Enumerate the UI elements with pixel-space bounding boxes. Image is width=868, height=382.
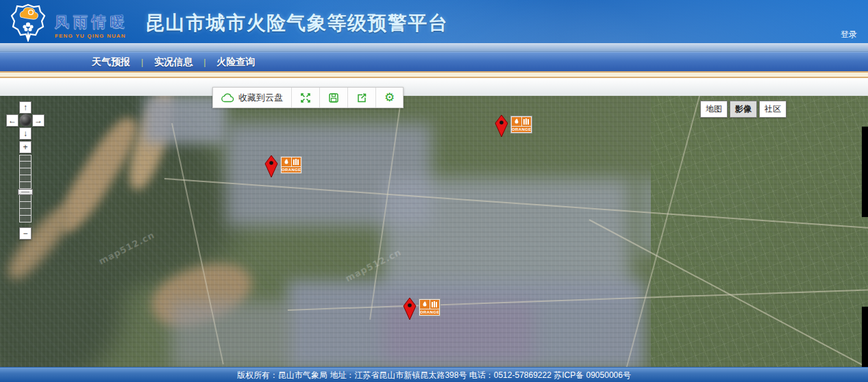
pan-left-button[interactable]: ← [6,114,18,127]
map-pin-icon [264,155,278,178]
save-to-cloud-label: 收藏到云盘 [238,92,283,104]
nav-item-weather-forecast[interactable]: 天气预报 [92,56,130,68]
tan-divider-strip [0,71,868,78]
zoom-level-segment[interactable] [19,209,32,216]
match-bars-icon [292,157,301,166]
map-missing-tile [862,307,868,367]
save-disk-icon [328,92,339,103]
logo-title: 风雨情暖 [55,12,129,31]
zoom-level-segment[interactable] [19,182,32,189]
zoom-level-segment[interactable] [19,155,32,162]
fire-warning-marker[interactable]: ORANGE [403,297,441,320]
warning-panel: ORANGE [280,156,302,174]
map-type-switcher: 地图 影像 社区 [700,101,786,118]
flame-icon [282,157,291,166]
fire-warning-marker[interactable]: ORANGE [495,114,532,138]
login-link[interactable]: 登录 [841,29,857,40]
zoom-level-segment[interactable] [19,202,32,209]
map-pin-icon [495,114,508,138]
map-type-button-map[interactable]: 地图 [700,101,728,118]
warning-level-label: ORANGE [512,127,531,132]
zoom-out-button[interactable]: − [19,227,32,240]
content-top-strip [0,78,868,96]
platform-logo-icon [11,3,45,42]
warning-icons [282,157,301,166]
zoom-slider-track [19,155,32,222]
settings-button[interactable]: ⚙ [375,88,403,107]
warning-icons [512,117,531,126]
main-nav: 天气预报 | 实况信息 | 火险查询 [0,52,868,71]
map-type-button-imagery[interactable]: 影像 [730,101,757,118]
pan-up-button[interactable]: ↑ [19,101,32,114]
map-pin-icon [403,297,417,320]
nav-item-live-info[interactable]: 实况信息 [154,56,193,68]
warning-level-label: ORANGE [282,167,301,173]
zoom-level-segment[interactable] [19,175,32,182]
zoom-in-button[interactable]: + [19,141,32,153]
nav-separator: | [130,58,154,67]
fire-warning-marker[interactable]: ORANGE [264,155,302,178]
zoom-level-segment[interactable] [19,216,32,222]
save-image-button[interactable] [319,88,347,107]
footer: 版权所有：昆山市气象局 地址：江苏省昆山市新镇昆太路398号 电话：0512-5… [0,367,868,382]
zoom-level-segment[interactable] [19,168,32,175]
pan-right-button[interactable]: → [32,114,45,127]
nav-separator: | [193,58,216,67]
nav-item-fire-risk-query[interactable]: 火险查询 [216,56,255,68]
zoom-level-segment[interactable] [19,162,32,168]
share-export-icon [356,92,367,103]
logo-subtitle: FENG YU QING NUAN [55,33,129,39]
header-divider-strip [0,43,868,52]
map-canvas[interactable]: map512.cn map512.cn 地图 影像 社区 ↑ ← → ↓ + − [0,96,868,367]
warning-level-label: ORANGE [420,309,439,315]
flame-icon [512,117,521,126]
app-window: 风雨情暖 FENG YU QING NUAN 昆山市城市火险气象等级预警平台 登… [0,0,868,382]
expand-arrows-icon [300,92,311,103]
map-texture-overlay [0,96,868,367]
globe-reset-button[interactable] [19,114,32,127]
pan-down-button[interactable]: ↓ [19,127,32,140]
match-bars-icon [522,117,532,126]
fullscreen-button[interactable] [291,88,319,107]
logo-text-block: 风雨情暖 FENG YU QING NUAN [55,12,129,39]
page-title: 昆山市城市火险气象等级预警平台 [145,10,449,36]
warning-panel: ORANGE [510,116,532,133]
cloud-icon [221,93,234,103]
map-toolbar: 收藏到云盘 [212,87,404,108]
match-bars-icon [430,300,440,309]
warning-icons [420,300,439,309]
footer-copyright-text: 版权所有：昆山市气象局 地址：江苏省昆山市新镇昆太路398号 电话：0512-5… [237,370,631,380]
zoom-level-segment[interactable] [19,195,32,202]
save-to-cloud-button[interactable]: 收藏到云盘 [213,88,291,107]
flame-icon [420,300,430,309]
warning-panel: ORANGE [419,298,441,316]
share-button[interactable] [347,88,375,107]
header: 风雨情暖 FENG YU QING NUAN 昆山市城市火险气象等级预警平台 登… [0,0,868,43]
map-missing-tile [862,127,868,217]
map-type-button-community[interactable]: 社区 [759,101,786,118]
zoom-slider-handle[interactable] [18,189,33,195]
gear-icon: ⚙ [384,92,395,103]
